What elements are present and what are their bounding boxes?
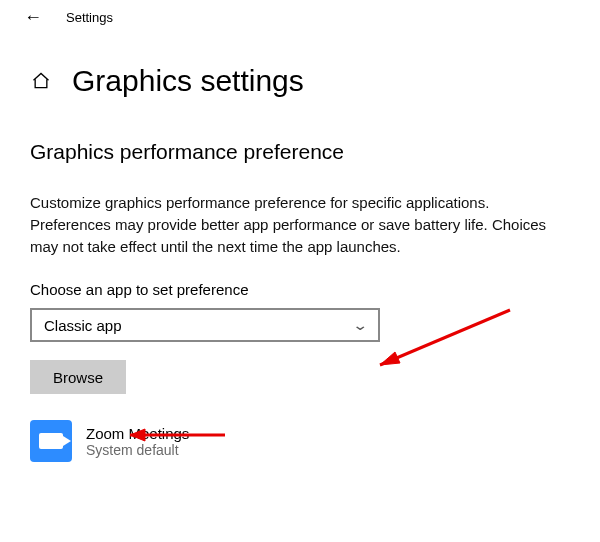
section-title: Graphics performance preference xyxy=(30,140,570,164)
section-description: Customize graphics performance preferenc… xyxy=(30,192,570,257)
browse-button[interactable]: Browse xyxy=(30,360,126,394)
page-title: Graphics settings xyxy=(72,64,304,98)
app-preference: System default xyxy=(86,442,189,458)
chevron-down-icon: ⌄ xyxy=(352,317,369,333)
top-bar-title: Settings xyxy=(66,10,113,25)
select-value: Classic app xyxy=(44,317,122,334)
zoom-icon xyxy=(30,420,72,462)
choose-app-label: Choose an app to set preference xyxy=(30,281,570,298)
back-arrow-icon[interactable]: ← xyxy=(24,8,42,26)
app-list-item[interactable]: Zoom Meetings System default xyxy=(30,420,570,462)
home-icon[interactable] xyxy=(30,70,52,92)
app-type-select[interactable]: Classic app ⌄ xyxy=(30,308,380,342)
app-name: Zoom Meetings xyxy=(86,425,189,442)
